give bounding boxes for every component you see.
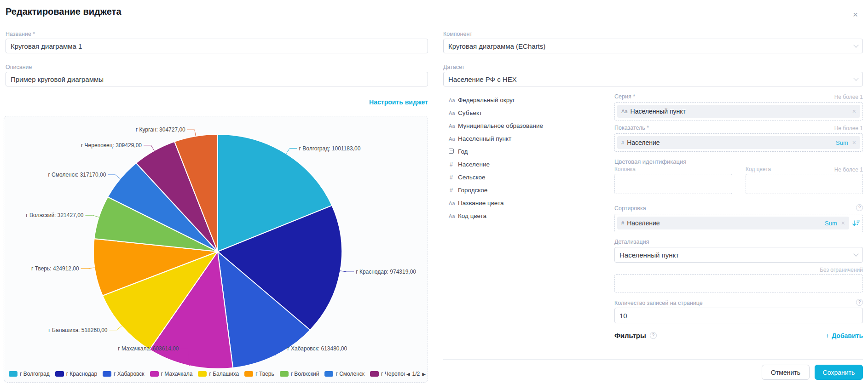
dataset-field-name: Название цвета	[458, 200, 503, 206]
aggregation-badge[interactable]: Sum	[825, 220, 837, 227]
dataset-field-name: Субъект	[458, 109, 482, 116]
help-icon[interactable]: ?	[856, 299, 863, 306]
legend-item[interactable]: г Череповец	[370, 371, 405, 377]
color-column-dropzone[interactable]	[614, 174, 732, 194]
dataset-fields-list: АаФедеральный округАаСубъектАаМуниципаль…	[449, 97, 601, 219]
number-type-icon: #	[449, 187, 458, 194]
legend-item[interactable]: г Волжский	[280, 371, 319, 377]
remove-icon[interactable]: ×	[852, 139, 856, 146]
legend-label: г Волжский	[291, 371, 319, 377]
save-button[interactable]: Сохранить	[815, 365, 863, 380]
sorting-chip[interactable]: # Население Sum ×	[617, 217, 849, 229]
dataset-field-item[interactable]: АаКод цвета	[449, 212, 601, 219]
color-code-label: Код цвета	[746, 166, 771, 172]
chevron-down-icon	[853, 251, 858, 256]
legend-item[interactable]: г Тверь	[244, 371, 274, 377]
series-dropzone[interactable]: Аа Населенный пункт ×	[614, 102, 863, 120]
configure-widget-link[interactable]: Настроить виджет	[6, 98, 428, 106]
pie-label: г Тверь: 424912,00	[31, 265, 79, 272]
pie-label: г Махачкала: 603614,00	[118, 345, 179, 352]
measure-limit-hint: Не более 1	[614, 125, 863, 132]
legend-item[interactable]: г Балашиха	[198, 371, 239, 377]
detail-select-value: Населенный пункт	[619, 251, 679, 259]
component-select[interactable]: Круговая диаграмма (ECharts)	[443, 39, 863, 53]
measure-dropzone[interactable]: # Население Sum ×	[614, 133, 863, 152]
dataset-select[interactable]: Население РФ с HEX	[443, 72, 863, 86]
records-limit-dropzone[interactable]	[614, 274, 863, 292]
dataset-select-value: Население РФ с HEX	[448, 75, 517, 83]
pie-label: г Курган: 304727,00	[136, 126, 185, 133]
sort-descending-icon[interactable]	[852, 219, 860, 227]
legend-item[interactable]: г Махачкала	[150, 371, 193, 377]
remove-icon[interactable]: ×	[841, 220, 845, 226]
pie-label-line	[86, 215, 99, 217]
chevron-down-icon	[853, 42, 858, 47]
add-filter-button[interactable]: +Добавить	[614, 332, 863, 339]
color-code-dropzone[interactable]	[746, 174, 863, 194]
legend-marker	[9, 371, 17, 377]
legend-marker	[324, 371, 333, 377]
legend-pager: ◀ 1/2 ▶	[406, 371, 426, 377]
legend-page-indicator: 1/2	[412, 371, 420, 377]
dataset-field-item[interactable]: АаФедеральный округ	[449, 97, 601, 103]
number-type-icon: #	[449, 161, 458, 168]
dataset-field-item[interactable]: АаНаселенный пункт	[449, 135, 601, 142]
description-input[interactable]: Пример круговой диаграммы	[6, 72, 428, 86]
pie-label: г Волгоград: 1001183,00	[299, 145, 361, 152]
close-icon[interactable]: ×	[853, 10, 858, 19]
pie-label: г Хабаровск: 613480,00	[287, 345, 347, 352]
dataset-field-item[interactable]: #Городское	[449, 187, 601, 194]
string-type-icon: Аа	[449, 97, 458, 103]
name-input-value: Круговая диаграмма 1	[11, 42, 82, 50]
pie-label: г Краснодар: 974319,00	[356, 269, 416, 275]
plus-icon: +	[826, 332, 829, 339]
name-label: Название *	[6, 31, 35, 37]
legend-item[interactable]: г Хабаровск	[103, 371, 145, 377]
help-icon[interactable]: ?	[856, 204, 863, 211]
legend-item[interactable]: г Смоленск	[324, 371, 365, 377]
legend-item[interactable]: г Краснодар	[55, 371, 97, 377]
dataset-field-name: Муниципальное образование	[458, 122, 543, 129]
string-type-icon: Аа	[449, 136, 458, 142]
number-type-icon: #	[621, 140, 624, 145]
dataset-field-name: Население	[458, 161, 490, 168]
pie-label-line	[340, 271, 354, 272]
measure-chip[interactable]: # Население Sum ×	[617, 136, 860, 149]
dataset-field-item[interactable]: #Население	[449, 161, 601, 168]
series-chip-label: Населенный пункт	[631, 108, 852, 115]
chart-preview-panel: г Волгоград: 1001183,00г Краснодар: 9743…	[4, 116, 428, 383]
legend-items: г Волгоградг Краснодарг Хабаровскг Махач…	[9, 371, 405, 377]
detail-select[interactable]: Населенный пункт	[614, 247, 863, 263]
pie-label-line	[144, 145, 154, 151]
cancel-button[interactable]: Отменить	[762, 365, 810, 380]
legend-label: г Хабаровск	[114, 371, 145, 377]
remove-icon[interactable]: ×	[852, 108, 856, 115]
legend-marker	[150, 371, 159, 377]
dataset-field-item[interactable]: #Сельское	[449, 174, 601, 181]
description-input-value: Пример круговой диаграммы	[11, 75, 104, 83]
dataset-field-name: Год	[458, 148, 468, 155]
string-type-icon: Аа	[449, 110, 458, 116]
legend-next-icon[interactable]: ▶	[422, 372, 426, 377]
dataset-field-name: Сельское	[458, 174, 486, 181]
number-type-icon: #	[449, 174, 458, 181]
page-size-value: 10	[619, 312, 627, 320]
legend-prev-icon[interactable]: ◀	[406, 372, 410, 377]
dataset-field-item[interactable]: Год	[449, 148, 601, 155]
dataset-label: Датасет	[443, 64, 464, 70]
measure-chip-label: Население	[627, 139, 836, 146]
legend-marker	[55, 371, 64, 377]
legend-label: г Балашиха	[209, 371, 239, 377]
series-chip[interactable]: Аа Населенный пункт ×	[617, 105, 860, 118]
sorting-dropzone[interactable]: # Население Sum ×	[614, 214, 863, 232]
legend-label: г Тверь	[255, 371, 274, 377]
name-input[interactable]: Круговая диаграмма 1	[6, 39, 428, 53]
color-identity-label: Цветовая идентификация	[614, 158, 686, 165]
component-select-value: Круговая диаграмма (ECharts)	[448, 42, 545, 50]
dataset-field-item[interactable]: АаНазвание цвета	[449, 200, 601, 206]
dataset-field-item[interactable]: АаМуниципальное образование	[449, 122, 601, 129]
page-size-input[interactable]: 10	[614, 308, 863, 323]
dataset-field-item[interactable]: АаСубъект	[449, 109, 601, 116]
aggregation-badge[interactable]: Sum	[836, 139, 848, 146]
legend-item[interactable]: г Волгоград	[9, 371, 50, 377]
